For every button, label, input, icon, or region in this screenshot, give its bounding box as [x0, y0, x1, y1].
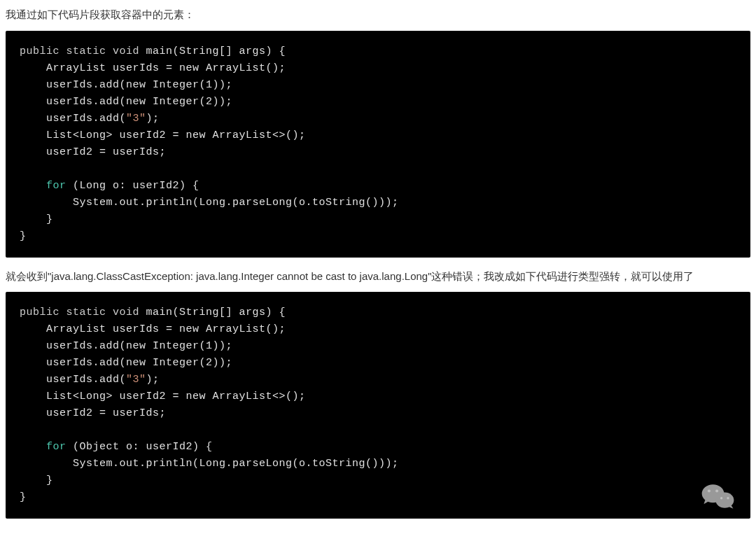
- code-text: userIds.add(new Integer(1));: [20, 340, 232, 352]
- code-text: userId2 = userIds;: [20, 146, 166, 158]
- code-string: "3": [126, 374, 146, 386]
- code-text: (Object o: userId2) {: [66, 441, 213, 453]
- code-text: );: [146, 374, 160, 386]
- code-text: userIds.add(: [20, 374, 126, 386]
- code-text: public static void: [20, 307, 139, 318]
- code-text: userIds.add(new Integer(2));: [20, 96, 232, 108]
- svg-point-5: [727, 497, 729, 499]
- code-text: public static void: [20, 45, 139, 57]
- code-text: userIds.add(new Integer(1));: [20, 79, 232, 91]
- code-text: [20, 441, 46, 453]
- svg-point-4: [720, 497, 722, 499]
- svg-point-3: [715, 489, 718, 492]
- code-text: userIds.add(new Integer(2));: [20, 357, 232, 369]
- wechat-icon[interactable]: [699, 477, 738, 516]
- code-text: }: [20, 475, 53, 486]
- code-text: List<Long> userId2 = new ArrayList<>();: [20, 391, 306, 402]
- code-text: main(String[] args) {: [139, 307, 286, 318]
- svg-point-2: [708, 489, 710, 492]
- code-keyword: for: [46, 441, 66, 453]
- code-text: [20, 180, 46, 192]
- code-block-1: public static void main(String[] args) {…: [6, 31, 750, 258]
- error-paragraph: 就会收到"java.lang.ClassCastException: java.…: [6, 267, 750, 286]
- code-text: userIds.add(: [20, 113, 126, 125]
- code-text: ArrayList userIds = new ArrayList();: [20, 323, 286, 335]
- code-text: (Long o: userId2) {: [66, 180, 200, 192]
- code-text: List<Long> userId2 = new ArrayList<>();: [20, 129, 306, 141]
- code-text: userId2 = userIds;: [20, 407, 166, 419]
- code-text: );: [146, 113, 160, 125]
- code-text: main(String[] args) {: [139, 45, 286, 57]
- intro-paragraph: 我通过如下代码片段获取容器中的元素：: [6, 6, 750, 24]
- code-text: ArrayList userIds = new ArrayList();: [20, 62, 286, 74]
- code-text: System.out.println(Long.parseLong(o.toSt…: [20, 197, 399, 209]
- code-text: }: [20, 491, 27, 503]
- code-text: }: [20, 230, 27, 242]
- code-string: "3": [126, 113, 146, 125]
- code-text: System.out.println(Long.parseLong(o.toSt…: [20, 458, 399, 470]
- code-keyword: for: [46, 180, 66, 192]
- code-block-2: public static void main(String[] args) {…: [6, 292, 750, 519]
- code-text: }: [20, 213, 53, 225]
